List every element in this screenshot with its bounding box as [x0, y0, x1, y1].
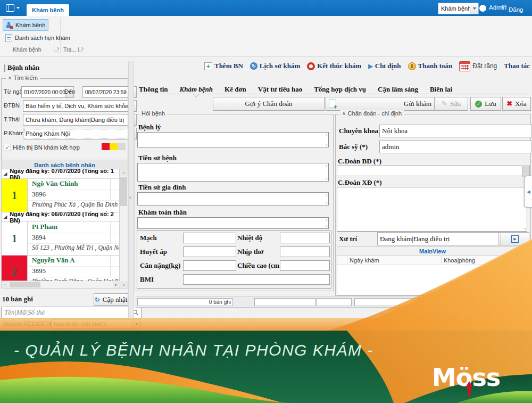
scrollbar-thumb[interactable]	[120, 177, 127, 206]
patient-list-vscrollbar[interactable]: ∧ ∨	[119, 169, 128, 289]
height-input[interactable]	[280, 260, 330, 271]
payment-button[interactable]: $ Thanh toán	[408, 62, 453, 70]
grid-body-empty[interactable]	[337, 265, 528, 295]
patient-type-select[interactable]: Bảo hiểm y tế, Dịch vụ, Khám sức khỏe	[23, 100, 137, 112]
ribbon-item-danh-sach-hen-kham[interactable]: Danh sách hẹn khám	[3, 32, 73, 43]
grid-footer-strip: 0 bản ghi	[136, 297, 530, 308]
ribbon-group-separator	[60, 18, 61, 53]
tab-vat-tu-tieu-hao[interactable]: Vật tư tiêu hao	[252, 85, 308, 94]
module-select-value: Khám bệnh	[441, 5, 471, 12]
tab-bien-lai[interactable]: Biên lai	[424, 85, 458, 94]
scroll-down-icon[interactable]: ∨	[120, 281, 128, 288]
operations-menu-button[interactable]: Thao tác	[504, 62, 530, 70]
logo-pin-icon	[466, 381, 472, 398]
delete-x-icon: ✖	[506, 100, 512, 108]
status-label: T.Thái	[4, 116, 20, 122]
exam-history-button[interactable]: ↻ Lịch sử khám	[250, 62, 300, 70]
ribbon-group-label: Khám bệnh	[13, 46, 41, 53]
record-count: 10 bản ghi	[2, 295, 33, 303]
edit-button[interactable]: ✎ Sửa	[434, 97, 468, 111]
patient-row[interactable]: 1 Ngô Văn Chinh 3896 Phường Phúc Xá , Qu…	[2, 179, 120, 212]
patient-group-row[interactable]: ◢ Ngày đăng ký: 06/07/2020 (Tổng số: 2 B…	[2, 212, 120, 222]
delete-button[interactable]: ✖ Xóa	[502, 97, 531, 111]
family-history-label: Tiền sử gia đình	[138, 183, 186, 192]
medical-history-textarea[interactable]: ∧∨	[137, 163, 329, 182]
patient-type-label: ĐTBN	[4, 102, 20, 109]
ribbon-item-kham-benh[interactable]: Khám bệnh	[3, 19, 48, 31]
patient-group-row[interactable]: ◢ Ngày đăng ký: 07/07/2020 (Tổng số: 1 B…	[2, 169, 120, 179]
patient-search-input[interactable]: Tên|Mã|Số thẻ	[1, 307, 142, 318]
blood-pressure-label: Huyết áp	[140, 248, 167, 256]
status-select[interactable]: Chưa khám, Đang khám|Đang điều trị	[23, 114, 137, 126]
blood-pressure-input[interactable]	[183, 246, 236, 257]
patient-code: 3896	[32, 190, 46, 199]
tab-can-lam-sang[interactable]: Cận lâm sàng	[372, 85, 424, 94]
tab-thong-tin[interactable]: Thông tin	[133, 85, 174, 94]
confirmed-diagnosis-textarea[interactable]: ∧∨	[337, 187, 527, 232]
refresh-icon: ↻	[95, 296, 100, 303]
tab-kham-benh-detail[interactable]: Khám bệnh	[174, 85, 219, 94]
chevron-down-icon[interactable]	[132, 320, 140, 328]
send-exam-icon: +	[329, 100, 336, 108]
medical-history-label: Tiền sử bệnh	[138, 154, 177, 162]
respiration-input[interactable]	[280, 246, 330, 257]
family-history-textarea[interactable]: ∧∨	[137, 192, 329, 205]
grid-title[interactable]: MainView	[337, 247, 528, 256]
pulse-input[interactable]	[183, 233, 236, 243]
add-patient-button[interactable]: + Thêm BN	[204, 62, 243, 70]
general-exam-textarea[interactable]: ∧∨	[137, 217, 329, 229]
patient-code: 3894	[32, 233, 46, 242]
chevron-up-icon[interactable]: ∧	[342, 111, 346, 116]
show-combined-checkbox[interactable]: ✓	[4, 144, 11, 151]
pathology-textarea[interactable]: ∧∨	[137, 132, 329, 147]
dialog-launcher-icon[interactable]	[78, 47, 83, 52]
doctor-select[interactable]: admin	[379, 141, 532, 153]
finish-exam-button[interactable]: Kết thúc khám	[307, 62, 361, 70]
tab-ke-don[interactable]: Kê đơn	[219, 85, 252, 94]
legend-swatch-yellow	[110, 143, 118, 150]
transfer-button[interactable]: ▶	[501, 232, 529, 245]
dialog-launcher-icon[interactable]	[54, 47, 59, 52]
save-button[interactable]: ✓ Lưu	[470, 97, 501, 111]
logout-icon[interactable]: ↶	[501, 3, 507, 11]
user-avatar	[479, 5, 486, 12]
suggest-diagnosis-button[interactable]: Gợi ý Chẩn đoán	[213, 97, 325, 111]
scroll-left-icon[interactable]: ‹	[2, 281, 9, 288]
temperature-input[interactable]	[280, 233, 330, 243]
panel-splitter[interactable]: ‹	[128, 61, 134, 318]
scrollbar-thumb[interactable]	[10, 282, 40, 287]
assign-services-button[interactable]: ▶ Chỉ định	[368, 62, 401, 70]
grid-column-khoa-phong[interactable]: Khoa|phòng	[442, 256, 528, 265]
app-menu-button[interactable]	[3, 2, 22, 14]
collapse-left-icon[interactable]: ‹	[129, 194, 131, 200]
patient-row[interactable]: 1 Pt Pham 3894 Số 123 , Phường Mễ Trì , …	[2, 222, 120, 256]
tab-tong-hop-dich-vu[interactable]: Tổng hợp dịch vụ	[308, 85, 372, 94]
patient-panel: Bệnh nhân ∧ Tìm kiếm Từ ngày 01/07/2020 …	[0, 61, 128, 318]
footer-box	[316, 298, 352, 306]
grid-indicator-column	[337, 256, 347, 265]
flyout-handle[interactable]: ◀	[524, 176, 532, 208]
bmi-input[interactable]	[183, 274, 330, 285]
initial-diagnosis-input[interactable]	[337, 166, 523, 176]
tab-kham-benh[interactable]: Khám bệnh	[27, 4, 69, 16]
payment-icon: $	[408, 62, 416, 70]
patient-list-hscrollbar[interactable]: ‹ ▸	[1, 281, 120, 289]
specialty-select[interactable]: Nội khoa	[379, 125, 532, 137]
grid-column-ngay-kham[interactable]: Ngày khám	[347, 256, 442, 265]
weight-input[interactable]	[183, 260, 236, 271]
dental-appointment-button[interactable]: Đặt răng	[459, 61, 497, 71]
finish-exam-icon	[307, 62, 315, 70]
module-select[interactable]: Khám bệnh	[438, 3, 479, 14]
scroll-up-icon[interactable]: ∧	[120, 169, 128, 176]
save-check-icon: ✓	[475, 101, 482, 108]
pharmacy-select[interactable]: Nhà thuốc Việt MeCo	[51, 319, 141, 328]
chevron-up-icon[interactable]: ∧	[8, 76, 12, 80]
room-select[interactable]: Phòng Khám Nội	[23, 128, 137, 139]
transfer-icon: ▶	[511, 235, 519, 243]
scroll-right-icon[interactable]: ▸	[113, 281, 120, 288]
refresh-button[interactable]: ↻ Cập nhật	[94, 293, 128, 306]
doctor-label: Bác sỹ (*)	[339, 143, 368, 151]
disposition-select[interactable]: Đang khám|Đang điều trị	[377, 232, 508, 245]
chevron-down-icon[interactable]	[470, 3, 478, 14]
appointment-list-icon	[5, 34, 12, 42]
